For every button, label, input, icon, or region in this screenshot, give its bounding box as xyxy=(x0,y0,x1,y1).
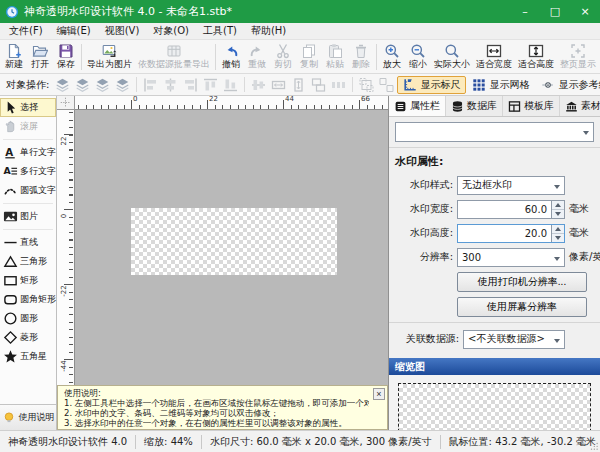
align-right-button[interactable] xyxy=(181,76,200,94)
spin-up-icon[interactable] xyxy=(552,201,564,210)
show-ruler-toggle[interactable]: 显示标尺 xyxy=(397,76,466,94)
window-controls: –□× xyxy=(510,0,600,23)
tool-star-label: 五角星 xyxy=(20,350,47,363)
align-left-button[interactable] xyxy=(141,76,160,94)
fit-width-button[interactable]: 适合宽度 xyxy=(473,41,515,73)
move-layer-down-button[interactable] xyxy=(73,76,92,94)
tool-diamond[interactable]: 菱形 xyxy=(0,328,56,347)
menu-view[interactable]: 视图(V) xyxy=(98,23,147,39)
bring-to-front-button[interactable] xyxy=(93,76,112,94)
tool-rectangle[interactable]: 矩形 xyxy=(0,271,56,290)
align-middle-icon xyxy=(250,77,267,93)
tab-materials[interactable]: 素材库 xyxy=(560,96,600,116)
redo-button[interactable]: 重做 xyxy=(244,41,270,73)
resolution-label: 分辨率: xyxy=(395,250,453,264)
tool-circle[interactable]: 圆形 xyxy=(0,309,56,328)
equal-spacing-button[interactable] xyxy=(329,76,348,94)
tool-multi-line-text[interactable]: A多行文字 xyxy=(0,162,56,181)
paste-button[interactable]: 粘贴 xyxy=(322,41,348,73)
group-button[interactable] xyxy=(357,76,376,94)
tool-scroll[interactable]: 滚屏 xyxy=(0,117,56,136)
align-center-button[interactable] xyxy=(161,76,180,94)
align-top-button[interactable] xyxy=(201,76,220,94)
cut-button[interactable]: 剪切 xyxy=(270,41,296,73)
menu-object[interactable]: 对象(O) xyxy=(146,23,196,39)
menu-help[interactable]: 帮助(H) xyxy=(244,23,293,39)
menu-edit[interactable]: 编辑(E) xyxy=(50,23,98,39)
tab-properties[interactable]: 属性栏 xyxy=(389,96,446,116)
new-button[interactable]: 新建 xyxy=(1,41,27,73)
close-button[interactable]: × xyxy=(570,0,600,23)
show-grid-toggle[interactable]: 显示网格 xyxy=(466,76,535,94)
watermark-height-unit: 毫米 xyxy=(569,226,589,240)
watermark-object[interactable] xyxy=(131,208,337,275)
undo-button[interactable]: 撤销 xyxy=(218,41,244,73)
tab-templates[interactable]: 模板库 xyxy=(503,96,560,116)
spin-down-icon[interactable] xyxy=(552,210,564,218)
show-guides-toggle[interactable]: 显示参考线 xyxy=(535,76,600,94)
menu-file[interactable]: 文件(F) xyxy=(2,23,50,39)
watermark-style-label: 水印样式: xyxy=(395,178,453,192)
tool-rounded-rectangle[interactable]: 圆角矩形 xyxy=(0,290,56,309)
show-guides-label: 显示参考线 xyxy=(558,78,600,92)
save-button[interactable]: 保存 xyxy=(53,41,79,73)
tool-star[interactable]: 五角星 xyxy=(0,347,56,366)
same-size-button[interactable] xyxy=(309,76,328,94)
tool-single-line-text[interactable]: A单行文字 xyxy=(0,143,56,162)
tool-line[interactable]: 直线 xyxy=(0,233,56,252)
tool-triangle[interactable]: 三角形 xyxy=(0,252,56,271)
resolution-dropdown[interactable]: 300 xyxy=(457,248,565,267)
tab-properties-label: 属性栏 xyxy=(410,99,440,113)
design-canvas[interactable] xyxy=(76,111,388,430)
fit-height-button[interactable]: 适合高度 xyxy=(515,41,557,73)
object-operations-label: 对象操作: xyxy=(6,78,49,92)
zoom-out-button[interactable]: 缩小 xyxy=(405,41,431,73)
spin-down-icon[interactable] xyxy=(552,234,564,242)
delete-button[interactable]: 删除 xyxy=(348,41,374,73)
minimize-button[interactable]: – xyxy=(510,0,540,23)
fit-page-button[interactable]: 整页显示 xyxy=(557,41,599,73)
tab-database[interactable]: 数据库 xyxy=(446,96,503,116)
copy-button[interactable]: 复制 xyxy=(296,41,322,73)
close-icon[interactable]: × xyxy=(373,388,385,400)
open-button[interactable]: 打开 xyxy=(27,41,53,73)
watermark-style-dropdown[interactable]: 无边框水印 xyxy=(457,176,565,195)
move-layer-up-button[interactable] xyxy=(53,76,72,94)
export-image-button[interactable]: 导出为图片 xyxy=(84,41,135,73)
menu-tools[interactable]: 工具(T) xyxy=(196,23,244,39)
same-height-button[interactable] xyxy=(289,76,308,94)
toolbar-separator xyxy=(376,44,377,70)
zoom-in-button[interactable]: 放大 xyxy=(379,41,405,73)
work-area: 选择滚屏A单行文字A多行文字圆弧文字图片直线三角形矩形圆角矩形圆形菱形五角星使用… xyxy=(0,96,600,430)
align-middle-button[interactable] xyxy=(249,76,268,94)
copy-icon xyxy=(301,43,317,59)
same-width-button[interactable] xyxy=(269,76,288,94)
save-floppy-icon xyxy=(58,43,74,59)
use-screen-resolution-button[interactable]: 使用屏幕分辨率 xyxy=(457,297,587,317)
tool-arc-text[interactable]: 圆弧文字 xyxy=(0,181,56,200)
watermark-width-input[interactable]: 60.0 xyxy=(457,200,565,219)
star-icon xyxy=(3,349,18,364)
save-label: 保存 xyxy=(57,59,75,70)
spin-up-icon[interactable] xyxy=(552,225,564,234)
align-bottom-button[interactable] xyxy=(221,76,240,94)
tool-multi-line-text-label: 多行文字 xyxy=(20,165,56,178)
tool-select-label: 选择 xyxy=(20,101,38,114)
watermark-height-input[interactable]: 20.0 xyxy=(457,224,565,243)
actual-size-button[interactable]: 实际大小 xyxy=(431,41,473,73)
same-size-icon xyxy=(310,77,327,93)
data-source-row: 关联数据源: <不关联数据源> xyxy=(389,328,600,350)
send-to-back-button[interactable] xyxy=(113,76,132,94)
ungroup-button[interactable] xyxy=(377,76,396,94)
tool-select[interactable]: 选择 xyxy=(0,98,56,117)
batch-export-button[interactable]: 依数据源批量导出 xyxy=(135,41,213,73)
data-source-dropdown[interactable]: <不关联数据源> xyxy=(463,330,565,349)
tool-rounded-rectangle-label: 圆角矩形 xyxy=(20,293,56,306)
use-printer-resolution-button[interactable]: 使用打印机分辨率... xyxy=(457,272,587,292)
object-selector-dropdown[interactable] xyxy=(395,122,594,142)
maximize-button[interactable]: □ xyxy=(540,0,570,23)
usage-instructions-button[interactable]: 使用说明 xyxy=(0,404,56,430)
main-toolbar: 新建打开保存导出为图片依数据源批量导出撤销重做剪切复制粘贴删除放大缩小实际大小适… xyxy=(0,40,600,74)
tool-image[interactable]: 图片 xyxy=(0,207,56,226)
resize-grip-icon[interactable] xyxy=(589,441,599,451)
